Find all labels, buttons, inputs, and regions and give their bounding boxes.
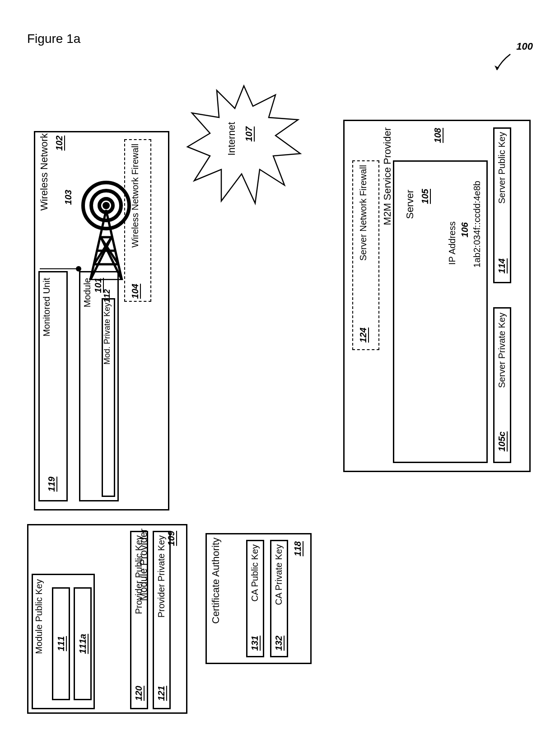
ref-105c: 105c [497, 431, 507, 452]
ca-private-key-label: CA Private Key [274, 544, 284, 605]
ref-111a: 111a [78, 634, 88, 654]
certificate-authority-label: Certificate Authority [210, 538, 233, 624]
module-label: Module [82, 278, 93, 308]
ref-102: 102 [54, 136, 65, 150]
ref-132: 132 [274, 636, 284, 651]
ref-112: 112 [103, 289, 112, 303]
connector-line [40, 268, 79, 269]
provider-public-key-label: Provider Public Key [134, 535, 144, 614]
sn-firewall-label: Server Network Firewall [358, 165, 369, 261]
mpk-111a: 111a [74, 587, 92, 700]
svg-point-1 [103, 202, 110, 209]
server-label: Server [404, 190, 416, 219]
ref-105: 105 [420, 189, 430, 204]
internet-icon [185, 81, 303, 208]
ref-101: 101 [93, 278, 103, 293]
ref-103: 103 [63, 190, 74, 205]
arrow-icon [492, 52, 515, 75]
wireless-network-label: Wireless Network [38, 133, 50, 211]
ref-119: 119 [47, 477, 57, 492]
ip-address-label: IP Address [447, 221, 457, 265]
provider-private-key-label: Provider Private Key [156, 535, 167, 618]
mpk-111: 111 [52, 587, 70, 700]
ref-106: 106 [460, 222, 470, 237]
ref-107: 107 [244, 126, 254, 141]
server-public-key-label: Server Public Key [497, 132, 507, 204]
ip-address-value: 1ab2:034f::ccdd:4e8b [472, 181, 482, 267]
ref-120: 120 [134, 686, 144, 701]
server-private-key-label: Server Private Key [497, 313, 507, 388]
ref-111: 111 [56, 636, 66, 651]
ref-108: 108 [433, 128, 443, 143]
ref-104: 104 [130, 284, 140, 299]
ref-131: 131 [250, 636, 260, 651]
module-public-key-label: Module Public Key [34, 579, 44, 654]
monitored-unit-label: Monitored Unit [42, 278, 64, 337]
ca-public-key-label: CA Public Key [250, 544, 260, 602]
svg-marker-9 [187, 86, 300, 203]
module-private-key-label: Mod. Private Key 112 [103, 303, 112, 365]
figure-title: Figure 1a [27, 32, 80, 46]
wn-firewall-label: Wireless Network Firewall [130, 144, 140, 248]
ref-114: 114 [497, 258, 507, 273]
ref-121: 121 [156, 686, 167, 701]
ref-118: 118 [293, 541, 303, 556]
ref-124: 124 [358, 328, 369, 342]
internet-label: Internet [226, 122, 238, 156]
system-ref-label: 100 [516, 41, 533, 52]
